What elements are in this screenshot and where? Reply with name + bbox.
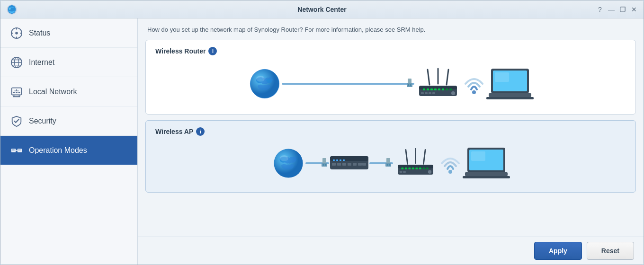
svg-rect-21 — [18, 92, 20, 93]
sidebar-label-status: Status — [29, 29, 50, 37]
eth-plug-right — [404, 79, 415, 89]
svg-rect-48 — [438, 88, 440, 90]
svg-rect-98 — [423, 168, 425, 169]
svg-point-57 — [472, 90, 476, 94]
router-icon — [414, 65, 462, 103]
svg-rect-47 — [434, 88, 437, 90]
header-description: How do you set up the network map of Syn… — [147, 26, 634, 33]
svg-line-41 — [447, 70, 448, 85]
svg-rect-44 — [423, 88, 425, 90]
reset-button[interactable]: Reset — [587, 242, 634, 260]
svg-rect-67 — [322, 163, 327, 167]
ap-line1 — [305, 162, 329, 164]
svg-rect-62 — [495, 72, 509, 82]
sidebar-item-status[interactable]: Status — [0, 18, 137, 48]
security-icon — [10, 115, 23, 128]
globe-item — [248, 67, 282, 101]
svg-line-39 — [428, 70, 429, 85]
ap-laptop-icon — [463, 145, 510, 181]
wireless-ap-info-icon[interactable]: i — [196, 127, 205, 136]
svg-rect-54 — [429, 92, 431, 94]
titlebar-controls: ? — ❐ ✕ — [596, 6, 638, 13]
svg-rect-94 — [409, 168, 411, 169]
ap-globe-item — [271, 146, 305, 180]
switch-item — [329, 151, 369, 175]
svg-rect-61 — [486, 97, 534, 99]
router-connector-line — [282, 83, 414, 85]
svg-rect-79 — [348, 163, 351, 166]
svg-rect-46 — [430, 88, 433, 90]
svg-point-1 — [9, 8, 11, 10]
wireless-ap-title: Wireless AP i — [155, 127, 626, 136]
svg-rect-20 — [16, 92, 18, 93]
svg-rect-86 — [389, 164, 390, 166]
wireless-router-diagram — [155, 60, 626, 107]
svg-rect-13 — [12, 88, 21, 95]
main-window: Network Center ? — ❐ ✕ — [0, 0, 644, 265]
svg-rect-28 — [18, 150, 19, 150]
svg-rect-93 — [405, 168, 407, 169]
wireless-router-info-icon[interactable]: i — [208, 47, 217, 55]
ap-laptop-item — [463, 145, 510, 181]
svg-rect-30 — [20, 150, 21, 150]
globe-icon — [248, 67, 282, 101]
sidebar-item-internet[interactable]: Internet — [0, 48, 137, 77]
ap-globe-icon — [271, 146, 305, 180]
close-button[interactable]: ✕ — [630, 6, 638, 13]
svg-rect-80 — [353, 163, 357, 166]
svg-rect-82 — [362, 163, 366, 166]
sidebar-item-security[interactable]: Security — [0, 106, 137, 136]
svg-rect-68 — [323, 164, 324, 166]
svg-rect-24 — [13, 150, 14, 150]
ap-eth-plug1 — [319, 158, 330, 168]
help-button[interactable]: ? — [596, 6, 604, 13]
apply-button[interactable]: Apply — [534, 242, 582, 260]
switch-icon — [329, 151, 369, 175]
svg-rect-74 — [340, 159, 341, 161]
svg-rect-51 — [449, 88, 452, 90]
minimize-button[interactable]: — — [608, 6, 615, 13]
svg-point-56 — [451, 91, 455, 95]
sidebar-item-operation-modes[interactable]: Operation Modes — [0, 136, 137, 165]
operation-modes-icon — [10, 144, 23, 157]
svg-rect-27 — [18, 149, 22, 152]
titlebar-left — [6, 4, 18, 15]
svg-point-102 — [428, 170, 432, 174]
svg-rect-77 — [337, 163, 341, 166]
svg-rect-38 — [410, 84, 411, 86]
svg-rect-60 — [489, 93, 531, 97]
laptop-icon — [486, 66, 534, 102]
svg-line-87 — [406, 150, 408, 164]
svg-rect-75 — [343, 159, 345, 161]
sidebar-item-local-network[interactable]: Local Network — [0, 77, 137, 106]
svg-rect-19 — [13, 92, 15, 93]
svg-rect-72 — [333, 159, 335, 161]
svg-rect-107 — [463, 176, 510, 178]
svg-rect-81 — [358, 163, 362, 166]
window-title: Network Center — [297, 6, 346, 13]
ap-line2 — [369, 162, 393, 164]
local-network-icon — [10, 85, 23, 98]
svg-rect-49 — [442, 88, 444, 90]
wifi-item — [462, 70, 486, 98]
ap-router-item — [393, 145, 438, 181]
maximize-button[interactable]: ❐ — [619, 6, 626, 13]
svg-rect-85 — [387, 164, 388, 166]
svg-rect-23 — [12, 150, 13, 150]
svg-rect-52 — [421, 92, 424, 94]
wireless-ap-card: Wireless AP i — [145, 120, 636, 193]
ap-router-icon — [393, 145, 438, 181]
app-icon — [6, 4, 18, 15]
sidebar-label-security: Security — [29, 117, 56, 125]
svg-rect-100 — [400, 171, 402, 173]
svg-rect-55 — [432, 92, 435, 94]
svg-rect-25 — [14, 150, 15, 150]
wifi-icon — [462, 70, 486, 98]
svg-rect-73 — [336, 159, 338, 161]
svg-point-3 — [15, 32, 18, 35]
laptop-item — [486, 66, 534, 102]
sidebar-label-internet: Internet — [29, 58, 54, 67]
wireless-router-title: Wireless Router i — [155, 47, 626, 55]
svg-rect-97 — [419, 168, 421, 169]
titlebar: Network Center ? — ❐ ✕ — [0, 0, 644, 18]
